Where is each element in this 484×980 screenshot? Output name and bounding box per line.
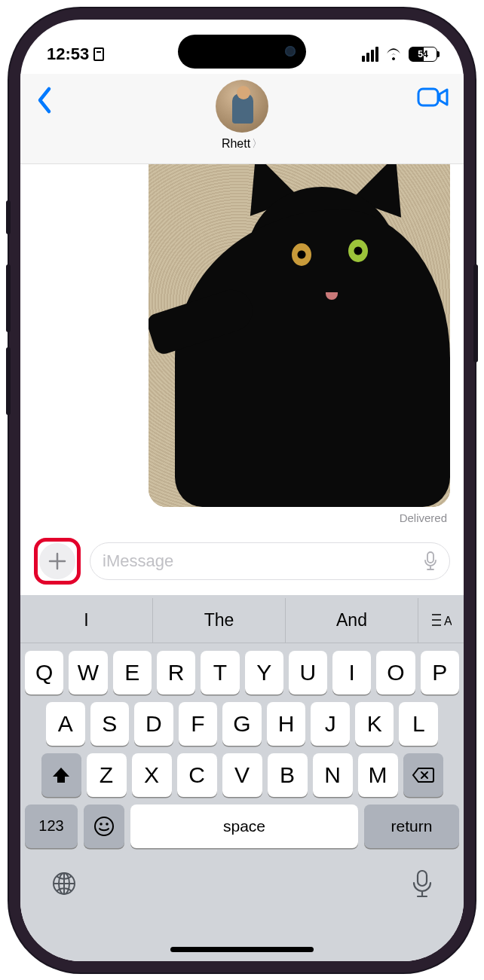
svg-rect-8 bbox=[418, 871, 427, 886]
key-c[interactable]: C bbox=[177, 753, 217, 797]
key-v[interactable]: V bbox=[222, 753, 262, 797]
key-k[interactable]: K bbox=[355, 702, 394, 746]
svg-point-5 bbox=[106, 823, 109, 826]
key-f[interactable]: F bbox=[179, 702, 218, 746]
dictation-key-icon[interactable] bbox=[411, 869, 433, 898]
svg-point-3 bbox=[95, 817, 113, 835]
chevron-right-icon: 〉 bbox=[252, 137, 262, 151]
sent-image-attachment[interactable] bbox=[149, 164, 450, 507]
key-z[interactable]: Z bbox=[87, 753, 127, 797]
message-thread[interactable]: Delivered bbox=[20, 164, 464, 532]
key-h[interactable]: H bbox=[267, 702, 306, 746]
facetime-button[interactable] bbox=[417, 80, 449, 111]
svg-point-4 bbox=[100, 823, 103, 826]
compose-bar: iMessage bbox=[20, 532, 464, 595]
home-indicator[interactable] bbox=[170, 947, 314, 952]
key-row-1: Q W E R T Y U I O P bbox=[20, 643, 464, 695]
space-key[interactable]: space bbox=[130, 804, 358, 848]
conversation-header: Rhett 〉 bbox=[20, 74, 464, 164]
side-button-mute bbox=[6, 200, 11, 234]
battery-icon: 54 bbox=[409, 47, 437, 62]
message-placeholder: iMessage bbox=[103, 551, 173, 571]
keyboard: I The And A Q W E R T Y U I O P A bbox=[20, 595, 464, 961]
key-t[interactable]: T bbox=[201, 651, 239, 695]
contact-name-label: Rhett bbox=[222, 137, 250, 151]
svg-rect-1 bbox=[427, 552, 433, 563]
numbers-key[interactable]: 123 bbox=[25, 804, 78, 848]
backspace-icon bbox=[412, 767, 434, 783]
key-n[interactable]: N bbox=[313, 753, 353, 797]
key-d[interactable]: D bbox=[134, 702, 173, 746]
svg-rect-0 bbox=[418, 89, 438, 105]
key-o[interactable]: O bbox=[376, 651, 415, 695]
key-x[interactable]: X bbox=[132, 753, 172, 797]
key-row-2: A S D F G H J K L bbox=[20, 695, 464, 746]
key-u[interactable]: U bbox=[289, 651, 327, 695]
message-input[interactable]: iMessage bbox=[90, 542, 450, 580]
wifi-icon bbox=[384, 47, 403, 61]
return-key[interactable]: return bbox=[364, 804, 459, 848]
key-a[interactable]: A bbox=[46, 702, 85, 746]
contact-info-button[interactable]: Rhett 〉 bbox=[216, 80, 268, 151]
suggestion-2[interactable]: The bbox=[153, 598, 286, 643]
backspace-key[interactable] bbox=[403, 753, 443, 797]
key-r[interactable]: R bbox=[157, 651, 195, 695]
phone-frame: 12:53 54 Rhett 〉 bbox=[9, 8, 475, 972]
globe-icon[interactable] bbox=[51, 870, 78, 897]
front-camera bbox=[285, 46, 296, 56]
dictation-icon[interactable] bbox=[424, 551, 437, 571]
keyboard-footer bbox=[20, 848, 464, 913]
key-i[interactable]: I bbox=[332, 651, 371, 695]
svg-text:A: A bbox=[444, 615, 452, 627]
key-e[interactable]: E bbox=[113, 651, 152, 695]
emoji-key[interactable] bbox=[84, 804, 124, 848]
key-s[interactable]: S bbox=[90, 702, 130, 746]
plus-icon bbox=[47, 551, 67, 571]
cell-signal-icon bbox=[362, 47, 378, 62]
back-button[interactable] bbox=[35, 80, 54, 118]
key-b[interactable]: B bbox=[268, 753, 308, 797]
shift-key[interactable] bbox=[41, 753, 81, 797]
suggestion-bar: I The And A bbox=[20, 598, 464, 643]
contact-avatar bbox=[216, 80, 268, 133]
side-button-power bbox=[473, 264, 478, 362]
shift-icon bbox=[51, 765, 71, 785]
dynamic-island bbox=[178, 35, 306, 69]
side-button-vol-down bbox=[6, 347, 11, 415]
key-row-3: Z X C V B N M bbox=[20, 746, 464, 797]
side-button-vol-up bbox=[6, 264, 11, 332]
key-m[interactable]: M bbox=[358, 753, 398, 797]
key-p[interactable]: P bbox=[421, 651, 459, 695]
key-q[interactable]: Q bbox=[25, 651, 63, 695]
suggestion-1[interactable]: I bbox=[20, 598, 153, 643]
annotation-highlight bbox=[34, 538, 81, 585]
key-j[interactable]: J bbox=[311, 702, 350, 746]
key-row-4: 123 space return bbox=[20, 797, 464, 848]
emoji-icon bbox=[93, 815, 115, 838]
key-l[interactable]: L bbox=[399, 702, 438, 746]
status-time: 12:53 bbox=[47, 44, 89, 64]
dual-sim-icon bbox=[93, 47, 104, 61]
delivery-status: Delivered bbox=[400, 511, 447, 524]
screen: 12:53 54 Rhett 〉 bbox=[20, 20, 464, 961]
text-replacement-icon[interactable]: A bbox=[418, 598, 464, 643]
suggestion-3[interactable]: And bbox=[286, 598, 418, 643]
plus-button[interactable] bbox=[39, 543, 75, 579]
key-y[interactable]: Y bbox=[245, 651, 283, 695]
key-g[interactable]: G bbox=[222, 702, 262, 746]
key-w[interactable]: W bbox=[69, 651, 107, 695]
